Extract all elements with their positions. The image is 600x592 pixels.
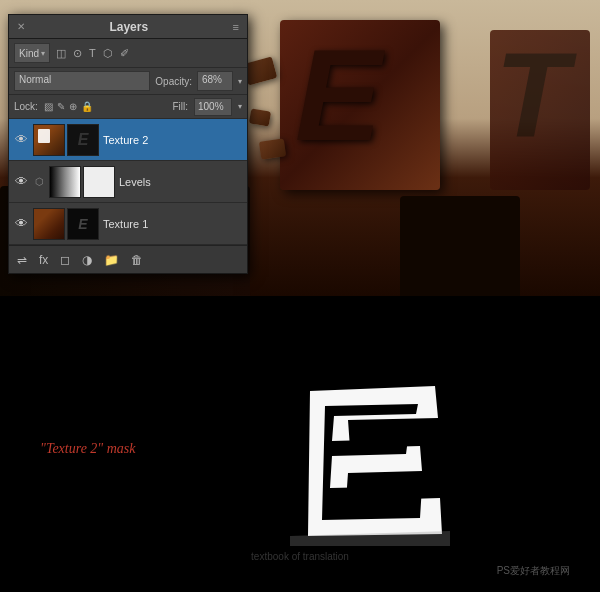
kind-label: Kind [19, 48, 39, 59]
canvas-dark-right [400, 196, 520, 296]
mask-e-icon: E [78, 131, 89, 149]
blend-mode-dropdown[interactable]: Normal [14, 71, 150, 91]
layer-visibility-icon[interactable]: 👁 [13, 174, 29, 189]
filter-type-icon[interactable]: T [87, 46, 98, 60]
canvas-letter-t [490, 30, 590, 190]
opacity-arrow-icon: ▾ [238, 77, 242, 86]
blend-opacity-row: Normal Opacity: 68% ▾ [9, 68, 247, 95]
lock-transparent-icon[interactable]: ▨ [44, 101, 53, 112]
site-label: PS爱好者教程网 [497, 564, 570, 578]
fill-input[interactable]: 100% [194, 98, 232, 116]
layer-thumbnails: E [33, 124, 99, 156]
layer-thumb-mask: E [67, 124, 99, 156]
delete-layer-button[interactable]: 🗑 [129, 251, 145, 269]
mask1-e-icon: E [78, 216, 87, 232]
texture2-mask-thumb: E [68, 125, 98, 155]
kind-dropdown[interactable]: Kind ▾ [14, 43, 50, 63]
layer-link-icon: ⬡ [33, 176, 45, 187]
panel-bottom-toolbar: ⇌ fx ◻ ◑ 📁 🗑 [9, 245, 247, 273]
lock-all-icon[interactable]: 🔒 [81, 101, 93, 112]
filter-shape-icon[interactable]: ⬡ [101, 46, 115, 61]
canvas-letter-e [280, 20, 440, 190]
choco-chunk-2 [249, 108, 271, 126]
layer-thumb-mask: E [67, 208, 99, 240]
mask-description-label: "Texture 2" mask [40, 441, 136, 457]
filter-smart-icon[interactable]: ✐ [118, 46, 131, 61]
lock-icons-group: ▨ ✎ ⊕ 🔒 [44, 101, 93, 112]
layer-name-levels: Levels [119, 176, 243, 188]
panel-titlebar: ✕ Layers ≡ [9, 15, 247, 39]
texture1-content-thumb [34, 209, 64, 239]
panel-title: Layers [109, 20, 148, 34]
link-layers-button[interactable]: ⇌ [15, 251, 29, 269]
filter-pixel-icon[interactable]: ◫ [54, 46, 68, 61]
lock-move-icon[interactable]: ⊕ [69, 101, 77, 112]
texture1-mask-thumb: E [68, 209, 98, 239]
panel-close-button[interactable]: ✕ [17, 21, 25, 32]
choco-chunk-3 [259, 138, 286, 159]
lock-label: Lock: [14, 101, 38, 112]
fill-value-text: 100% [198, 101, 224, 112]
mask-preview [290, 376, 450, 546]
panel-menu-button[interactable]: ≡ [233, 21, 239, 33]
mask-e-svg [290, 376, 450, 546]
fill-label: Fill: [172, 101, 188, 112]
lock-paint-icon[interactable]: ✎ [57, 101, 65, 112]
layer-row-texture2[interactable]: 👁 E Texture 2 [9, 119, 247, 161]
levels-content-thumb [50, 167, 80, 197]
blend-mode-value: Normal [19, 74, 51, 85]
levels-mask-thumb [84, 167, 114, 197]
lock-fill-row: Lock: ▨ ✎ ⊕ 🔒 Fill: 100% ▾ [9, 95, 247, 119]
layer-thumb-content [49, 166, 81, 198]
layer-row-levels[interactable]: 👁 ⬡ Levels [9, 161, 247, 203]
layer-visibility-icon[interactable]: 👁 [13, 132, 29, 147]
layers-panel: ✕ Layers ≡ Kind ▾ ◫ ⊙ T ⬡ ✐ Normal Opaci… [8, 14, 248, 274]
layer-name-texture1: Texture 1 [103, 218, 243, 230]
fill-arrow-icon: ▾ [238, 102, 242, 111]
layer-thumb-content [33, 124, 65, 156]
layer-thumbnails: E [33, 208, 99, 240]
layer-thumb-mask [83, 166, 115, 198]
add-mask-button[interactable]: ◻ [58, 251, 72, 269]
layer-thumb-content [33, 208, 65, 240]
fx-button[interactable]: fx [37, 251, 50, 269]
photoshop-canvas: ✕ Layers ≡ Kind ▾ ◫ ⊙ T ⬡ ✐ Normal Opaci… [0, 0, 600, 296]
opacity-input[interactable]: 68% [197, 71, 233, 91]
watermark-label: textbook of translation [251, 551, 349, 562]
texture2-content-thumb [34, 125, 64, 155]
layer-visibility-icon[interactable]: 👁 [13, 216, 29, 231]
opacity-value-text: 68% [202, 74, 222, 85]
kind-arrow-icon: ▾ [41, 49, 45, 58]
filter-adjust-icon[interactable]: ⊙ [71, 46, 84, 61]
layer-row-texture1[interactable]: 👁 E Texture 1 [9, 203, 247, 245]
search-row: Kind ▾ ◫ ⊙ T ⬡ ✐ [9, 39, 247, 68]
search-filter-icons: ◫ ⊙ T ⬡ ✐ [54, 46, 131, 61]
new-group-button[interactable]: 📁 [102, 251, 121, 269]
opacity-label: Opacity: [155, 76, 192, 87]
bottom-section: "Texture 2" mask textbook of translation… [0, 296, 600, 592]
layer-thumbnails [49, 166, 115, 198]
layer-name-texture2: Texture 2 [103, 134, 243, 146]
new-adjustment-button[interactable]: ◑ [80, 251, 94, 269]
